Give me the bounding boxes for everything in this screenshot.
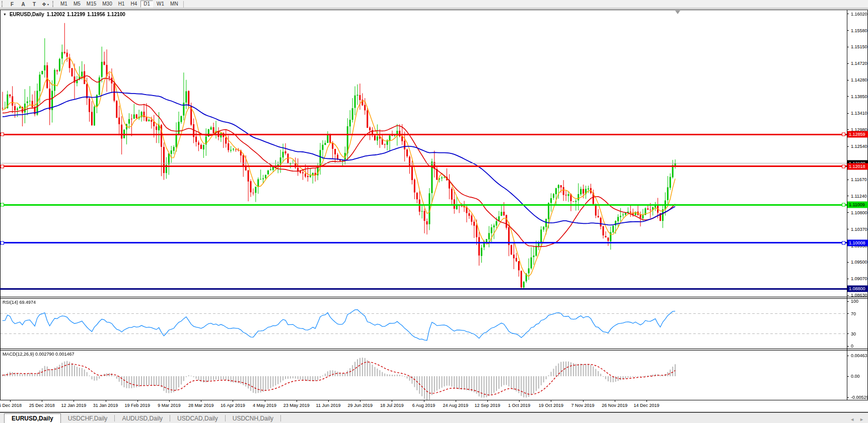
price-axis-tick-label: 1.16020	[851, 12, 867, 17]
price-axis-tick-mark	[847, 146, 849, 147]
rsi-axis-tick-mark	[847, 346, 849, 347]
date-label: 14 Dec 2019	[633, 403, 659, 408]
date-tick-mark	[233, 400, 233, 402]
macd-axis-tick-label: -0.005299	[851, 395, 868, 400]
pane-separator[interactable]	[0, 350, 868, 351]
toolbar-grip[interactable]	[52, 1, 55, 7]
date-tick-mark	[106, 400, 106, 402]
timeframe-button-W1[interactable]: W1	[154, 1, 167, 8]
timeframe-button-H1[interactable]: H1	[116, 1, 127, 8]
pane-separator[interactable]	[0, 349, 868, 349]
date-tick-mark	[646, 400, 647, 402]
timeframe-button-H4[interactable]: H4	[128, 1, 140, 8]
text-tool-icon[interactable]: A	[18, 1, 28, 8]
tab-scroll-right-icon[interactable]: ►	[859, 417, 864, 422]
price-axis-tick-mark	[847, 30, 849, 31]
date-label: 23 May 2019	[283, 403, 310, 408]
date-tick-mark	[615, 400, 615, 402]
shapes-tool-icon[interactable]: ❖▾	[40, 1, 50, 8]
date-label: 12 Sep 2019	[474, 403, 500, 408]
hline-price-tag-1.10008: 1.10008	[847, 239, 868, 246]
rsi-label: RSI(14) 69.4974	[3, 300, 36, 305]
chart-border-top	[0, 10, 868, 10]
tab-USDCHF-Daily[interactable]: USDCHF,Daily	[61, 413, 115, 423]
hline-1.11009[interactable]	[0, 204, 847, 206]
hline-handle-left[interactable]	[1, 203, 4, 207]
chart-tabbar: EURUSD,DailyUSDCHF,DailyAUDUSD,DailyUSDC…	[0, 412, 868, 423]
tab-USDCAD-Daily[interactable]: USDCAD,Daily	[170, 413, 225, 423]
hline-handle-right[interactable]	[842, 133, 845, 136]
date-tick-mark	[137, 400, 138, 402]
macd-indicator-canvas[interactable]	[0, 351, 847, 400]
date-label: 1 Oct 2019	[508, 403, 530, 408]
date-tick-mark	[328, 400, 329, 402]
timeframe-button-M30[interactable]: M30	[100, 1, 114, 8]
hline-handle-right[interactable]	[842, 203, 845, 207]
timeframe-button-MN[interactable]: MN	[168, 1, 181, 8]
price-axis-tick-mark	[847, 63, 849, 64]
rsi-axis-tick-label: 0	[851, 344, 853, 349]
fibonacci-tool-icon[interactable]: F	[7, 1, 17, 8]
price-axis-tick-label: 1.13410	[851, 111, 867, 116]
timeframe-button-M15[interactable]: M15	[84, 1, 99, 8]
rsi-axis-tick-mark	[847, 301, 849, 302]
date-label: 31 Jan 2019	[93, 403, 118, 408]
date-tick-mark	[392, 400, 392, 402]
price-axis-tick-mark	[847, 47, 849, 47]
pane-separator[interactable]	[0, 297, 868, 297]
tab-scroll-left-icon[interactable]: ◄	[850, 417, 854, 422]
tab-USDCNH-Daily[interactable]: USDCNH,Daily	[226, 413, 280, 423]
hline-handle-left[interactable]	[1, 133, 4, 136]
price-axis-tick-mark	[847, 262, 849, 263]
rsi-indicator-canvas[interactable]	[0, 299, 847, 349]
hline-handle-right[interactable]	[842, 164, 845, 168]
date-label: 6 Dec 2018	[0, 403, 22, 408]
price-axis-tick-label: 1.09070	[851, 276, 867, 281]
ohlc-high: 1.12199	[67, 12, 85, 17]
hline-handle-left[interactable]	[1, 241, 4, 244]
chart-shift-marker[interactable]	[675, 11, 680, 14]
hline-1.08800[interactable]	[0, 288, 847, 290]
candlestick-chart-canvas[interactable]	[0, 10, 847, 297]
date-tick-mark	[487, 400, 488, 402]
shapes-dropdown-icon[interactable]: ▾	[47, 3, 49, 6]
price-axis-tick-mark	[847, 279, 849, 279]
chart-header[interactable]: ▼ EURUSD,Daily 1.12002 1.12199 1.11956 1…	[3, 12, 125, 17]
date-tick-mark	[169, 400, 170, 402]
toolbar-grip[interactable]	[2, 1, 4, 7]
hline-1.10008[interactable]	[0, 242, 847, 243]
timeframe-button-D1[interactable]: D1	[140, 1, 153, 8]
hline-price-tag-1.12018: 1.12018	[847, 163, 868, 170]
date-tick-mark	[201, 400, 201, 402]
macd-axis-tick-label: 0.00463	[851, 353, 867, 358]
date-tick-mark	[360, 400, 360, 402]
date-label: 24 Aug 2019	[443, 403, 469, 408]
timeframe-button-M5[interactable]: M5	[71, 1, 83, 8]
tab-AUDUSD-Daily[interactable]: AUDUSD,Daily	[115, 413, 170, 423]
price-axis-tick-mark	[847, 212, 849, 213]
hline-handle-left[interactable]	[1, 164, 4, 168]
date-label: 19 Feb 2019	[125, 403, 151, 408]
line-studies-toolbar: FAT❖▾	[7, 1, 51, 8]
pane-separator[interactable]	[0, 298, 868, 299]
ohlc-open: 1.12002	[47, 12, 65, 17]
hline-handle-right[interactable]	[842, 241, 845, 244]
hline-1.12859[interactable]	[0, 134, 847, 135]
price-axis-tick-label: 1.15150	[851, 44, 867, 49]
date-tick-mark	[456, 400, 456, 402]
rsi-axis-tick-label: 30	[851, 331, 856, 336]
ohlc-close: 1.12100	[107, 12, 125, 17]
date-label: 6 Aug 2019	[412, 403, 436, 408]
price-axis-tick-mark	[847, 113, 849, 114]
label-tool-icon[interactable]: T	[29, 1, 39, 8]
price-axis-tick-label: 1.10370	[851, 227, 867, 232]
tab-separator	[280, 415, 281, 421]
price-axis-tick-mark	[847, 80, 849, 80]
tab-EURUSD-Daily[interactable]: EURUSD,Daily	[4, 413, 61, 423]
macd-axis-tick-mark	[847, 356, 849, 356]
hline-1.12018[interactable]	[0, 165, 847, 167]
price-axis-tick-label: 1.13850	[851, 94, 867, 99]
chevron-down-icon[interactable]: ▼	[3, 13, 7, 16]
hline-price-tag-1.11009: 1.11009	[847, 202, 868, 208]
timeframe-button-M1[interactable]: M1	[58, 1, 70, 8]
